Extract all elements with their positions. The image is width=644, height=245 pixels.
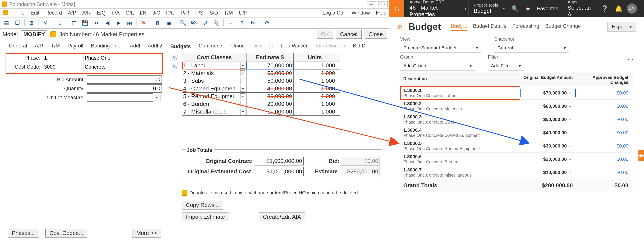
export-button[interactable]: Export ▾: [608, 22, 636, 32]
book-icon[interactable]: ▤: [2, 18, 11, 27]
qty-input[interactable]: [87, 84, 162, 93]
phase-search-button[interactable]: 🔍: [172, 54, 179, 61]
budget-desc-cell[interactable]: 1.3000.7Phase One.Concrete.Miscellaneous: [400, 166, 520, 179]
budget-desc-cell[interactable]: 1.3000.2Phase One.Concrete.Materials: [400, 100, 520, 113]
budget-amount-cell[interactable]: $10,000.00⋯: [520, 169, 576, 177]
pin-icon[interactable]: ⚲: [42, 18, 50, 27]
cost-class-cell[interactable]: 7 - Miscellaneous▾: [182, 108, 246, 115]
row-menu-icon[interactable]: ⋯: [568, 130, 573, 135]
apps-selector[interactable]: Apps Select an A: [562, 1, 599, 16]
menu-help[interactable]: Help: [376, 10, 386, 16]
side-drawer-tab[interactable]: ◀◀: [638, 150, 644, 161]
phase-name-input[interactable]: [83, 54, 162, 62]
tab-forecasting[interactable]: Forecasting: [512, 23, 539, 30]
star-icon[interactable]: ★: [525, 5, 530, 12]
expand-icon[interactable]: ⛶: [628, 54, 633, 70]
menu-record[interactable]: Record: [45, 10, 62, 16]
cost-row[interactable]: 3 - Subs▾50,000.001.000: [182, 77, 340, 85]
budget-change-link[interactable]: $0.00: [616, 90, 628, 96]
minimize-button[interactable]: —: [367, 1, 376, 7]
budget-amount-cell[interactable]: $20,000.00⋯: [520, 155, 576, 163]
budget-amount-cell[interactable]: $50,000.00⋯: [520, 115, 576, 124]
prev-icon[interactable]: ◀: [103, 18, 112, 27]
search-icon[interactable]: 🔍: [511, 5, 519, 12]
list-icon[interactable]: ≣: [165, 18, 173, 27]
estimate-cell[interactable]: 70,000.00: [246, 62, 294, 69]
close-panel-icon[interactable]: ⊠: [28, 18, 36, 27]
costname-input[interactable]: [83, 63, 162, 71]
lock-icon[interactable]: [50, 31, 56, 37]
copy-icon[interactable]: ❐: [13, 18, 22, 27]
trash-icon[interactable]: 🗑: [154, 18, 162, 27]
budget-desc-cell[interactable]: 1.3000.1Phase One.Concrete.Labor: [400, 86, 520, 99]
estimate-cell[interactable]: 60,000.00: [246, 69, 294, 77]
last-icon[interactable]: ⏭: [126, 18, 134, 27]
menu-tm[interactable]: T/M: [224, 10, 233, 16]
row-menu-icon[interactable]: ⋯: [568, 157, 573, 162]
delete-icon[interactable]: ✕: [140, 18, 148, 27]
job-tab-a-r[interactable]: A/R: [32, 41, 46, 51]
menu-sd[interactable]: S/D: [210, 10, 218, 16]
menu-logacall[interactable]: Log a Call: [322, 10, 346, 16]
page-icon[interactable]: ▯: [238, 18, 246, 27]
units-cell[interactable]: 1.000: [294, 93, 336, 100]
favorites-label[interactable]: Favorites: [537, 5, 558, 11]
job-tab-bonding-prior[interactable]: Bonding Prior: [88, 41, 125, 51]
units-cell[interactable]: 1.000: [294, 62, 336, 69]
menu-gl[interactable]: G/L: [126, 10, 134, 16]
units-cell[interactable]: 1.000: [294, 77, 336, 85]
view-select[interactable]: Procore Standard Budget▾: [400, 43, 482, 53]
close-button[interactable]: Close: [364, 30, 387, 39]
job-tab-addl-2[interactable]: Addl 2: [145, 41, 166, 51]
cost-class-cell[interactable]: 2 - Materials▾: [182, 69, 246, 77]
menu-file[interactable]: File: [16, 10, 24, 16]
menu-jc[interactable]: J/C: [152, 10, 160, 16]
job-tab-comments[interactable]: Comments: [196, 41, 227, 51]
bidamount-input[interactable]: [87, 75, 162, 84]
budget-change-link[interactable]: $0.00: [616, 143, 628, 149]
row-menu-icon[interactable]: ⋯: [568, 90, 573, 96]
uom-dropdown[interactable]: ▾: [153, 94, 160, 101]
job-tab-bid-d[interactable]: Bid D: [350, 41, 369, 51]
row-menu-icon[interactable]: ⋯: [568, 117, 573, 122]
find-icon[interactable]: 🔍: [179, 18, 188, 27]
menu-ap[interactable]: A/P: [68, 10, 76, 16]
job-tab-t-m[interactable]: T/M: [48, 41, 63, 51]
job-tab-general[interactable]: General: [6, 41, 30, 51]
cost-class-cell[interactable]: 6 - Burden▾: [182, 100, 246, 108]
cost-row[interactable]: 7 - Miscellaneous▾10,000.001.000: [182, 108, 340, 116]
job-tab-payroll[interactable]: Payroll: [64, 41, 86, 51]
path-icon[interactable]: ⇄: [201, 18, 210, 27]
dropdown-icon[interactable]: ▾: [240, 63, 246, 69]
ok-button[interactable]: OK: [317, 30, 333, 39]
menu-pc[interactable]: P/C: [166, 10, 174, 16]
gear-icon[interactable]: ⚙: [397, 23, 402, 30]
uom-input[interactable]: [87, 93, 153, 102]
tab-budget-change[interactable]: Budget Change: [545, 23, 581, 30]
budget-desc-cell[interactable]: 1.3000.4Phase One.Concrete.Owned Equipme…: [400, 126, 520, 139]
estimate-cell[interactable]: 20,000.00: [246, 100, 294, 108]
filter-select[interactable]: Add Filter▾: [488, 61, 524, 70]
units-cell[interactable]: 1.000: [294, 85, 336, 92]
cost-class-cell[interactable]: 4 - Owned Equipmen▾: [182, 85, 246, 92]
budget-desc-cell[interactable]: 1.3000.6Phase One.Concrete.Burden: [400, 153, 520, 166]
help-icon[interactable]: ❔: [601, 5, 608, 12]
snapshot-select[interactable]: Current▾: [494, 43, 569, 53]
cost-class-cell[interactable]: 3 - Subs▾: [182, 77, 246, 85]
dropdown-icon[interactable]: ▾: [240, 109, 246, 115]
project-selector[interactable]: Agave Demo ERP 46 - Market Properties ▾: [404, 1, 468, 16]
estimate-cell[interactable]: 40,000.00: [246, 85, 294, 92]
dropdown-icon[interactable]: ▾: [240, 93, 246, 99]
tab-budget[interactable]: Budget: [451, 23, 467, 31]
dropdown-icon[interactable]: ▾: [240, 86, 246, 92]
row-menu-icon[interactable]: ⋯: [568, 104, 573, 109]
phases-button[interactable]: Phases...: [8, 229, 39, 238]
row-menu-icon[interactable]: ⋯: [568, 170, 573, 175]
menu-edit[interactable]: Edit: [30, 10, 39, 16]
tab-budget-details[interactable]: Budget Details: [473, 23, 506, 30]
units-cell[interactable]: 1.000: [294, 108, 336, 115]
costcode-input[interactable]: [42, 63, 83, 71]
create-aia-button[interactable]: Create/Edit AIA: [259, 213, 305, 221]
next-icon[interactable]: ▶: [114, 18, 123, 27]
refresh-icon[interactable]: ⟳: [263, 18, 271, 27]
